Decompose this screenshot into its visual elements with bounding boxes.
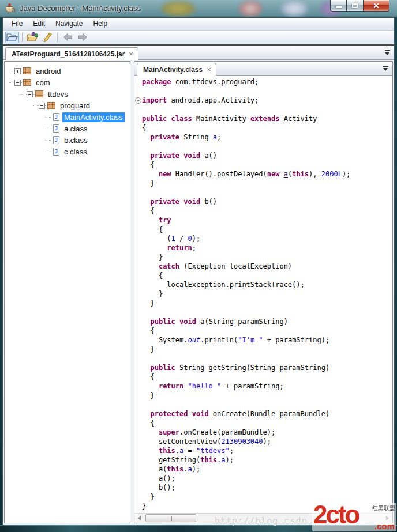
code-line: try bbox=[134, 216, 392, 225]
tree-item-mainactivity-class[interactable]: JMainActivity.class bbox=[5, 111, 130, 123]
source-code-view[interactable]: package com.ttdevs.proguard; import andr… bbox=[134, 76, 392, 513]
code-gutter bbox=[134, 114, 142, 123]
close-button[interactable]: ✕ bbox=[363, 0, 389, 12]
jar-tab-bar: ATestProguard_5164128106425.jar × bbox=[3, 46, 394, 60]
left-triangle-icon bbox=[138, 516, 141, 520]
code-gutter bbox=[134, 372, 142, 382]
tab-jar[interactable]: ATestProguard_5164128106425.jar × bbox=[5, 47, 138, 60]
code-text: getString(this.a); bbox=[142, 455, 234, 465]
package-icon bbox=[47, 102, 55, 109]
back-button[interactable] bbox=[61, 32, 74, 43]
open-type-icon bbox=[27, 32, 38, 42]
class-tab-label: MainActivity.class bbox=[143, 66, 203, 74]
code-text: } bbox=[142, 492, 155, 501]
tree-connector bbox=[46, 129, 51, 129]
tree-item-a-class[interactable]: Ja.class bbox=[5, 123, 130, 134]
tab-overflow-button[interactable] bbox=[385, 50, 390, 55]
window-title: Java Decompiler - MainActivity.class bbox=[20, 4, 141, 13]
fold-expand-icon[interactable] bbox=[134, 96, 142, 105]
code-text: { bbox=[142, 225, 163, 234]
code-text: package com.ttdevs.proguard; bbox=[142, 77, 259, 86]
code-text: private void b() bbox=[142, 197, 217, 206]
code-text bbox=[142, 105, 146, 114]
tree-item-ttdevs[interactable]: ttdevs bbox=[5, 88, 130, 100]
collapse-icon[interactable] bbox=[14, 80, 21, 86]
code-line: super.onCreate(paramBundle); bbox=[134, 428, 392, 437]
title-bar[interactable]: Java Decompiler - MainActivity.class ✕ bbox=[0, 0, 397, 17]
maximize-icon bbox=[352, 3, 358, 8]
tree-item-com[interactable]: com bbox=[5, 77, 130, 88]
package-tree[interactable]: androidcomttdevsproguardJMainActivity.cl… bbox=[4, 61, 130, 523]
code-text: { bbox=[142, 418, 155, 428]
scroll-left-button[interactable] bbox=[134, 514, 144, 523]
menu-edit[interactable]: Edit bbox=[28, 18, 50, 30]
menu-file[interactable]: File bbox=[6, 18, 28, 30]
minimize-button[interactable] bbox=[330, 0, 347, 12]
desktop-blur-decoration bbox=[239, 1, 261, 16]
code-line: { bbox=[134, 225, 392, 234]
code-text: { bbox=[142, 372, 155, 382]
code-gutter bbox=[134, 216, 142, 225]
menu-help[interactable]: Help bbox=[88, 18, 113, 30]
code-line: setContentView(2130903040); bbox=[134, 437, 392, 446]
class-tab-close-icon[interactable]: × bbox=[207, 66, 211, 73]
desktop-blur-decoration bbox=[282, 1, 307, 16]
tree-item-b-class[interactable]: Jb.class bbox=[5, 134, 130, 146]
search-button[interactable] bbox=[40, 32, 54, 43]
tree-item-c-class[interactable]: Jc.class bbox=[5, 146, 130, 157]
collapse-icon[interactable] bbox=[27, 91, 33, 97]
code-text: return; bbox=[142, 243, 196, 252]
code-text: } bbox=[142, 252, 163, 262]
code-gutter bbox=[134, 391, 142, 400]
tree-connector bbox=[46, 117, 51, 118]
class-file-icon: J bbox=[53, 113, 59, 121]
class-link[interactable]: a bbox=[284, 170, 288, 178]
code-line: private void a() bbox=[134, 151, 392, 160]
maximize-button[interactable] bbox=[347, 0, 363, 12]
jar-tab-close-icon[interactable]: × bbox=[129, 51, 133, 58]
scrollbar-thumb[interactable] bbox=[145, 514, 196, 522]
code-text: } bbox=[142, 345, 155, 354]
tree-item-label: b.class bbox=[62, 135, 89, 145]
tree-item-proguard[interactable]: proguard bbox=[5, 100, 130, 111]
code-text: new Handler().postDelayed(new a(this), 2… bbox=[142, 169, 350, 179]
close-icon: ✕ bbox=[373, 2, 380, 10]
back-arrow-icon bbox=[63, 33, 73, 41]
code-gutter bbox=[134, 271, 142, 280]
code-line: a(this.a); bbox=[134, 465, 392, 474]
code-gutter bbox=[134, 142, 142, 151]
code-gutter bbox=[134, 345, 142, 354]
code-gutter bbox=[134, 483, 142, 492]
code-text: { bbox=[142, 206, 155, 216]
desktop-blur-decoration bbox=[162, 1, 195, 16]
code-line: getString(this.a); bbox=[134, 455, 392, 465]
expand-icon[interactable] bbox=[14, 68, 21, 74]
collapse-icon[interactable] bbox=[39, 103, 45, 109]
tab-overflow-button[interactable] bbox=[383, 65, 388, 71]
2cto-watermark-logo: 2cto 红黑联盟 .com bbox=[312, 503, 396, 531]
code-text: localException.printStackTrace(); bbox=[142, 280, 305, 289]
open-file-button[interactable] bbox=[5, 32, 19, 43]
menu-navigate[interactable]: Navigate bbox=[50, 18, 88, 30]
code-line: return; bbox=[134, 243, 392, 252]
code-gutter bbox=[134, 363, 142, 372]
code-gutter bbox=[134, 133, 142, 142]
tree-connector bbox=[46, 152, 51, 152]
code-text: System.out.println("I'm " + paramString)… bbox=[142, 335, 329, 345]
code-text: super.onCreate(paramBundle); bbox=[142, 428, 275, 437]
code-line: public class MainActivity extends Activi… bbox=[134, 114, 392, 123]
tree-item-label: MainActivity.class bbox=[62, 112, 125, 122]
forward-button[interactable] bbox=[76, 32, 89, 43]
tree-connector bbox=[21, 94, 27, 95]
code-text: private String a; bbox=[142, 133, 221, 142]
tree-item-android[interactable]: android bbox=[5, 65, 130, 77]
code-text: a(); bbox=[142, 474, 175, 483]
code-text bbox=[142, 188, 146, 197]
code-line: public String getString(String paramStri… bbox=[134, 363, 392, 372]
code-text: protected void onCreate(Bundle paramBund… bbox=[142, 409, 329, 418]
tab-class[interactable]: MainActivity.class × bbox=[137, 63, 216, 76]
open-type-button[interactable] bbox=[25, 32, 39, 43]
tree-connector bbox=[9, 71, 14, 71]
code-gutter bbox=[134, 280, 142, 289]
code-text: public String getString(String paramStri… bbox=[142, 363, 329, 372]
